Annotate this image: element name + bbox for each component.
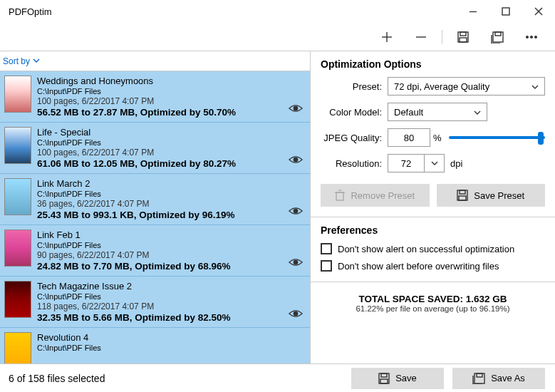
file-thumbnail (4, 127, 31, 164)
resolution-label: Resolution: (321, 158, 388, 169)
file-item[interactable]: Link March 2C:\Input\PDF Files36 pages, … (0, 174, 310, 225)
svg-rect-24 (459, 196, 466, 200)
save-as-icon (472, 373, 485, 384)
options-heading: Optimization Options (321, 58, 545, 70)
trash-icon (335, 190, 345, 201)
divider (311, 282, 555, 282)
file-item[interactable]: Weddings and HoneymoonsC:\Input\PDF File… (0, 71, 310, 123)
file-path: C:\Input\PDF Files (37, 344, 304, 352)
save-preset-label: Save Preset (474, 190, 524, 201)
jpeg-quality-label: JPEG Quality: (321, 133, 388, 143)
svg-rect-9 (493, 32, 503, 42)
file-path: C:\Input\PDF Files (37, 190, 304, 198)
add-button[interactable] (370, 24, 403, 50)
file-title: Tech Magazine Issue 2 (37, 281, 304, 292)
svg-point-14 (294, 106, 297, 110)
sort-by-label: Sort by (3, 56, 30, 66)
sort-by-dropdown[interactable]: Sort by (3, 56, 40, 66)
file-title: Life - Special (37, 127, 304, 138)
file-title: Link March 2 (37, 178, 304, 189)
color-model-select[interactable]: Default (388, 103, 487, 121)
preview-icon[interactable] (289, 155, 303, 167)
file-path: C:\Input\PDF Files (37, 241, 304, 249)
resolution-select[interactable]: 72 (388, 154, 445, 172)
close-button[interactable] (522, 0, 555, 23)
file-meta: 100 pages, 6/22/2017 4:07 PM (37, 148, 304, 158)
file-path: C:\Input\PDF Files (37, 138, 304, 147)
svg-rect-7 (460, 32, 466, 36)
file-item[interactable]: Tech Magazine Issue 2C:\Input\PDF Files1… (0, 277, 310, 328)
save-label: Save (395, 373, 417, 383)
chevron-down-icon (33, 58, 40, 63)
chevron-down-icon (474, 107, 481, 118)
svg-point-15 (294, 158, 297, 161)
file-meta: 118 pages, 6/22/2017 4:07 PM (37, 301, 304, 311)
file-path: C:\Input\PDF Files (37, 87, 304, 96)
more-button[interactable] (515, 24, 548, 50)
svg-rect-19 (336, 192, 343, 200)
svg-rect-27 (380, 379, 388, 383)
file-title: Revolution 4 (37, 332, 304, 343)
file-result: 61.06 MB to 12.05 MB, Optimized by 80.27… (37, 158, 304, 169)
file-result: 32.35 MB to 5.66 MB, Optimized by 82.50% (37, 312, 304, 323)
save-toolbar-button[interactable] (447, 24, 479, 50)
slider-thumb[interactable] (538, 132, 544, 145)
svg-point-13 (535, 36, 537, 38)
color-model-value: Default (394, 107, 423, 118)
window-title: PDFOptim (9, 6, 457, 17)
file-list: Weddings and HoneymoonsC:\Input\PDF File… (0, 71, 310, 363)
svg-point-12 (531, 36, 533, 38)
save-button[interactable]: Save (351, 368, 444, 389)
svg-rect-28 (474, 373, 484, 383)
svg-point-17 (294, 260, 297, 264)
file-result: 24.82 MB to 7.70 MB, Optimized by 68.96% (37, 261, 304, 272)
preset-value: 72 dpi, Average Quality (394, 81, 489, 92)
svg-point-18 (294, 311, 297, 315)
pref-success-alert-label: Don't show alert on successful optimizat… (338, 244, 514, 254)
pref-success-alert-checkbox[interactable] (321, 243, 332, 254)
svg-point-11 (527, 36, 529, 38)
preset-label: Preset: (321, 81, 388, 92)
preferences-heading: Preferences (321, 225, 545, 236)
file-thumbnail (4, 178, 31, 215)
jpeg-quality-input[interactable] (388, 128, 430, 147)
pref-overwrite-alert-checkbox[interactable] (321, 260, 332, 272)
dpi-label: dpi (450, 158, 462, 169)
save-as-toolbar-button[interactable] (481, 24, 514, 50)
preview-icon[interactable] (289, 206, 303, 219)
save-preset-button[interactable]: Save Preset (437, 184, 546, 207)
remove-preset-button[interactable]: Remove Preset (321, 184, 430, 207)
divider (311, 217, 555, 217)
file-item[interactable]: Life - SpecialC:\Input\PDF Files100 page… (0, 123, 310, 174)
jpeg-quality-slider[interactable] (449, 136, 545, 139)
file-result: 25.43 MB to 993.1 KB, Optimized by 96.19… (37, 210, 304, 220)
file-thumbnail (4, 332, 31, 363)
minimize-button[interactable]: ─ (457, 0, 489, 23)
remove-button[interactable] (405, 24, 437, 50)
color-model-label: Color Model: (321, 107, 388, 118)
preview-icon[interactable] (289, 309, 303, 321)
save-icon (378, 373, 390, 384)
chevron-down-icon (531, 81, 539, 92)
file-item[interactable]: Link Feb 1C:\Input\PDF Files90 pages, 6/… (0, 225, 310, 277)
file-title: Weddings and Honeymoons (37, 76, 304, 86)
svg-rect-0 (502, 8, 509, 15)
maximize-button[interactable] (489, 0, 522, 23)
chevron-down-icon (424, 155, 444, 172)
file-meta: 36 pages, 6/22/2017 4:07 PM (37, 199, 304, 209)
pref-overwrite-alert-label: Don't show alert before overwriting file… (338, 261, 499, 272)
svg-rect-29 (477, 373, 482, 377)
file-result: 56.52 MB to 27.87 MB, Optimized by 50.70… (37, 107, 304, 118)
file-thumbnail (4, 229, 31, 267)
file-item[interactable]: Revolution 4C:\Input\PDF Files (0, 328, 310, 363)
total-space-saved: TOTAL SPACE SAVED: 1.632 GB (321, 294, 545, 304)
preview-icon[interactable] (289, 257, 303, 270)
svg-rect-8 (460, 38, 467, 42)
svg-rect-10 (495, 32, 501, 36)
save-icon (457, 190, 468, 201)
file-thumbnail (4, 281, 31, 318)
save-as-button[interactable]: Save As (452, 368, 545, 389)
preview-icon[interactable] (289, 103, 303, 116)
percent-label: % (433, 133, 442, 143)
preset-select[interactable]: 72 dpi, Average Quality (388, 77, 545, 96)
